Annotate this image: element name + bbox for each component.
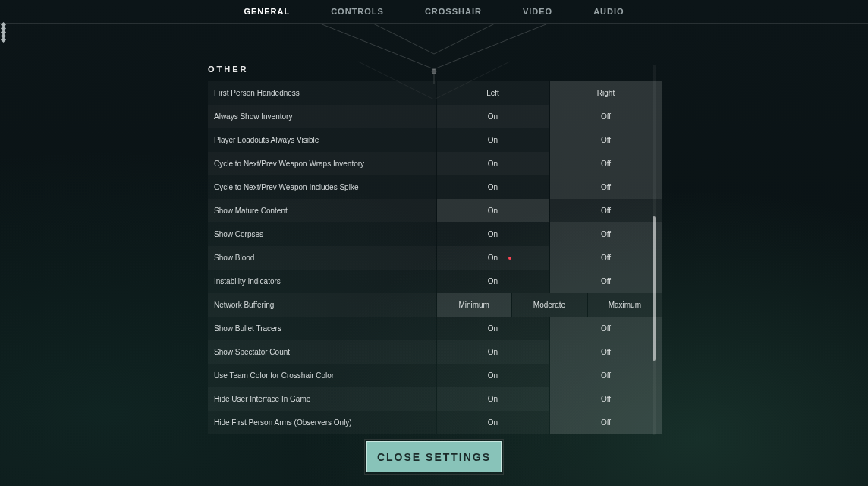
setting-options: OnOff (437, 270, 662, 293)
tabbar-divider (0, 23, 868, 24)
setting-label: Always Show Inventory (208, 105, 436, 128)
setting-options: LeftRight (437, 81, 662, 105)
setting-option[interactable]: Off (550, 270, 662, 293)
setting-option[interactable]: Off (550, 175, 662, 199)
setting-option[interactable]: Off (550, 411, 662, 434)
setting-option[interactable]: On (437, 411, 549, 434)
setting-option[interactable]: Off (550, 222, 662, 246)
setting-label: Hide User Interface In Game (208, 387, 436, 411)
setting-row: Show BloodOnOff (208, 246, 662, 270)
setting-option[interactable]: Right (550, 81, 662, 105)
setting-option[interactable]: On (437, 246, 549, 270)
setting-row: Cycle to Next/Prev Weapon Includes Spike… (208, 175, 662, 199)
setting-option[interactable]: Off (550, 128, 662, 152)
setting-option[interactable]: Maximum (588, 293, 662, 317)
tab-crosshair[interactable]: CROSSHAIR (423, 4, 483, 19)
close-settings-button[interactable]: CLOSE SETTINGS (366, 441, 502, 472)
setting-option[interactable]: On (437, 270, 549, 293)
setting-option[interactable]: On (437, 199, 549, 222)
setting-label: Show Blood (208, 246, 436, 270)
setting-option[interactable]: Off (550, 387, 662, 411)
setting-row: Hide User Interface In GameOnOff (208, 387, 662, 411)
setting-option[interactable]: On (437, 175, 549, 199)
setting-label: Instability Indicators (208, 270, 436, 293)
setting-label: Cycle to Next/Prev Weapon Includes Spike (208, 175, 436, 199)
setting-options: OnOff (437, 199, 662, 222)
setting-option[interactable]: Off (550, 317, 662, 340)
setting-option[interactable]: Off (550, 152, 662, 175)
setting-row: First Person HandednessLeftRight (208, 81, 662, 105)
setting-option[interactable]: Off (550, 340, 662, 364)
setting-row: Always Show InventoryOnOff (208, 105, 662, 128)
setting-options: OnOff (437, 175, 662, 199)
setting-label: Hide First Person Arms (Observers Only) (208, 411, 436, 434)
scrollbar-thumb[interactable] (653, 216, 656, 361)
setting-option[interactable]: On (437, 340, 549, 364)
setting-row: Show CorpsesOnOff (208, 222, 662, 246)
tab-general[interactable]: GENERAL (242, 4, 291, 19)
setting-option[interactable]: Off (550, 246, 662, 270)
tab-video[interactable]: VIDEO (521, 4, 554, 19)
settings-rows: First Person HandednessLeftRightAlways S… (208, 81, 662, 434)
setting-options: OnOff (437, 340, 662, 364)
setting-row: Show Mature ContentOnOff (208, 199, 662, 222)
setting-label: Show Mature Content (208, 199, 436, 222)
scrollbar[interactable] (653, 65, 656, 435)
tab-controls[interactable]: CONTROLS (329, 4, 385, 19)
setting-option[interactable]: Left (437, 81, 549, 105)
setting-option[interactable]: On (437, 222, 549, 246)
setting-row: Show Spectator CountOnOff (208, 340, 662, 364)
setting-options: OnOff (437, 246, 662, 270)
setting-row: Cycle to Next/Prev Weapon Wraps Inventor… (208, 152, 662, 175)
setting-options: OnOff (437, 128, 662, 152)
setting-option[interactable]: On (437, 105, 549, 128)
setting-label: First Person Handedness (208, 81, 436, 105)
setting-option[interactable]: On (437, 152, 549, 175)
setting-options: OnOff (437, 317, 662, 340)
setting-label: Show Bullet Tracers (208, 317, 436, 340)
setting-option[interactable]: On (437, 387, 549, 411)
section-title: OTHER (208, 65, 662, 74)
setting-options: OnOff (437, 152, 662, 175)
setting-row: Use Team Color for Crosshair ColorOnOff (208, 364, 662, 387)
setting-option[interactable]: Off (550, 105, 662, 128)
setting-label: Cycle to Next/Prev Weapon Wraps Inventor… (208, 152, 436, 175)
setting-option[interactable]: Moderate (512, 293, 586, 317)
setting-row: Network BufferingMinimumModerateMaximum (208, 293, 662, 317)
setting-option[interactable]: Off (550, 199, 662, 222)
setting-label: Show Corpses (208, 222, 436, 246)
setting-options: OnOff (437, 387, 662, 411)
setting-options: OnOff (437, 105, 662, 128)
setting-options: MinimumModerateMaximum (437, 293, 662, 317)
setting-label: Use Team Color for Crosshair Color (208, 364, 436, 387)
setting-label: Player Loadouts Always Visible (208, 128, 436, 152)
setting-label: Network Buffering (208, 293, 436, 317)
tab-diamond-indicators (0, 23, 868, 42)
settings-panel: OTHER First Person HandednessLeftRightAl… (208, 65, 662, 434)
setting-option[interactable]: On (437, 364, 549, 387)
setting-row: Show Bullet TracersOnOff (208, 317, 662, 340)
settings-tabs: GENERAL CONTROLS CROSSHAIR VIDEO AUDIO (0, 0, 868, 23)
setting-row: Player Loadouts Always VisibleOnOff (208, 128, 662, 152)
setting-option[interactable]: On (437, 317, 549, 340)
setting-row: Instability IndicatorsOnOff (208, 270, 662, 293)
setting-options: OnOff (437, 411, 662, 434)
tab-audio[interactable]: AUDIO (592, 4, 625, 19)
setting-options: OnOff (437, 364, 662, 387)
setting-label: Show Spectator Count (208, 340, 436, 364)
setting-option[interactable]: Minimum (437, 293, 511, 317)
changed-indicator-icon (508, 257, 511, 260)
setting-option[interactable]: Off (550, 364, 662, 387)
setting-options: OnOff (437, 222, 662, 246)
setting-row: Hide First Person Arms (Observers Only)O… (208, 411, 662, 434)
setting-option[interactable]: On (437, 128, 549, 152)
